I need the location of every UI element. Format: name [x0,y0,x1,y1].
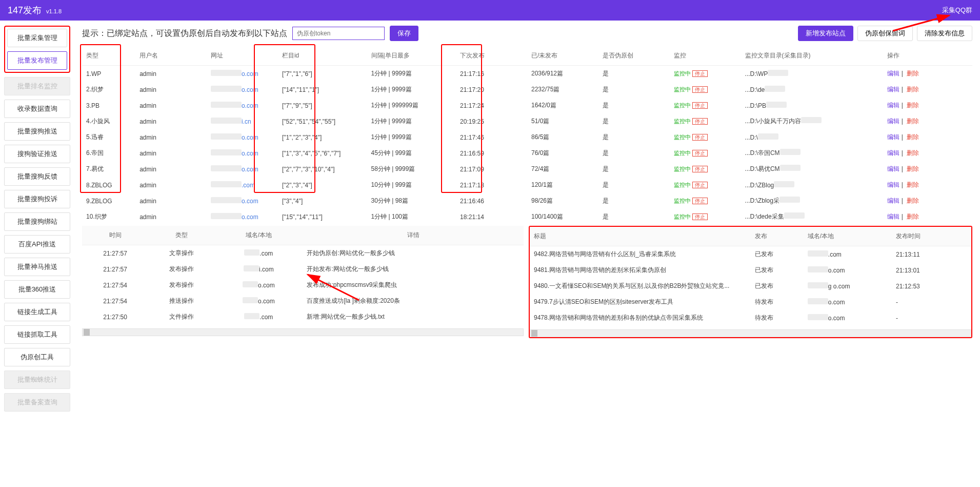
stop-button[interactable]: 停止 [692,182,708,188]
cell-pub: 76/0篇 [527,145,598,161]
sidebar-item-360[interactable]: 批量360推送 [4,280,70,299]
cell-pub: 86/5篇 [527,129,598,145]
sidebar-item-baidu-api[interactable]: 百度API推送 [4,235,70,254]
cell-monitor: 监控中停止 [670,161,741,177]
cell-user: admin [135,129,207,145]
cell-dir: ...D:\dede采集 [741,209,884,225]
sidebar-item-sogou-push[interactable]: 批量搜狗推送 [4,122,70,141]
cell-next: 18:21:14 [456,209,527,225]
edit-link[interactable]: 编辑 [887,70,899,77]
cell-monitor: 监控中停止 [670,98,741,113]
col-pub-highlight [441,44,482,193]
stop-button[interactable]: 停止 [692,166,708,172]
cell-dir: ...D:\易优CM [741,161,884,177]
edit-link[interactable]: 编辑 [887,86,899,93]
app-version: v1.1.8 [46,8,62,14]
edit-link[interactable]: 编辑 [887,181,899,188]
sidebar-item-pseudo[interactable]: 伪原创工具 [4,348,70,366]
cell-url[interactable]: o.com [207,209,278,225]
cell-pseudo: 是 [598,161,670,177]
token-input[interactable] [292,27,385,40]
stop-button[interactable]: 停止 [692,134,708,141]
edit-link[interactable]: 编辑 [887,118,899,125]
table-row: 5.迅睿admino.com["1","2","3","4"]1分钟 | 999… [82,129,972,145]
log-row: 9481.网络营销与网络营销的差别米拓采集伪原创已发布o.com21:13:01 [530,262,971,278]
col-header: 是否伪原创 [598,46,670,66]
delete-link[interactable]: 删除 [907,181,919,188]
cell-monitor: 监控中停止 [670,113,741,129]
sidebar: 批量采集管理 批量发布管理 批量排名监控 收录数据查询 批量搜狗推送 搜狗验证推… [0,21,74,417]
sidebar-item-shenma[interactable]: 批量神马推送 [4,258,70,276]
sidebar-item-sogou-complain[interactable]: 批量搜狗投诉 [4,190,70,208]
stop-button[interactable]: 停止 [692,150,708,157]
scrollbar-right[interactable] [530,329,971,337]
table-row: 8.ZBLOGadmin.com["2","3","4"]10分钟 | 999篇… [82,177,972,193]
stop-button[interactable]: 停止 [692,118,708,125]
topbar: 提示：已绑定站点，可设置伪原创后自动发布到以下站点 保存 新增发布站点 伪原创保… [82,26,972,41]
sidebar-item-collect[interactable]: 批量采集管理 [7,29,67,47]
delete-link[interactable]: 删除 [907,102,919,109]
sidebar-item-rank: 批量排名监控 [4,77,70,95]
sidebar-item-sogou-verify[interactable]: 搜狗验证推送 [4,145,70,163]
cell-pseudo: 是 [598,193,670,209]
col-header: 监控 [670,46,741,66]
stop-button[interactable]: 停止 [692,198,708,204]
cell-interval: 30分钟 | 98篇 [367,193,456,209]
cell-dir: ...D:\WP [741,66,884,82]
add-site-button[interactable]: 新增发布站点 [798,26,853,41]
cell-monitor: 监控中停止 [670,193,741,209]
delete-link[interactable]: 删除 [907,165,919,172]
col-header: 操作 [883,46,972,66]
sidebar-item-sogou-feedback[interactable]: 批量搜狗反馈 [4,167,70,186]
cell-pseudo: 是 [598,129,670,145]
stop-button[interactable]: 停止 [692,102,708,109]
sidebar-item-sogou-bind[interactable]: 批量搜狗绑站 [4,212,70,231]
save-button[interactable]: 保存 [390,26,418,41]
delete-link[interactable]: 删除 [907,133,919,141]
delete-link[interactable]: 删除 [907,197,919,204]
sidebar-item-link-grab[interactable]: 链接抓取工具 [4,325,70,344]
edit-link[interactable]: 编辑 [887,213,899,220]
delete-link[interactable]: 删除 [907,70,919,77]
stop-button[interactable]: 停止 [692,70,708,77]
reserve-word-button[interactable]: 伪原创保留词 [857,26,913,41]
edit-link[interactable]: 编辑 [887,102,899,109]
col-header: 已/未发布 [527,46,598,66]
sidebar-item-link-gen[interactable]: 链接生成工具 [4,303,70,321]
cell-user: admin [135,113,207,129]
table-row: 7.易优admino.com["2","7","3","10","4"]58分钟… [82,161,972,177]
log-row: 9482.网络营销与网络营销有什么区别_迅睿采集系统已发布.com21:13:1… [530,246,971,263]
cell-monitor: 监控中停止 [670,129,741,145]
delete-link[interactable]: 删除 [907,86,919,93]
header-qq-link[interactable]: 采集QQ群 [942,6,972,15]
delete-link[interactable]: 删除 [907,118,919,125]
app-header: 147发布 v1.1.8 采集QQ群 [0,0,980,21]
cell-ops: 编辑 | 删除 [883,209,972,225]
delete-link[interactable]: 删除 [907,149,919,157]
edit-link[interactable]: 编辑 [887,165,899,172]
cell-url[interactable]: o.com [207,193,278,209]
content-area: 提示：已绑定站点，可设置伪原创后自动发布到以下站点 保存 新增发布站点 伪原创保… [74,21,980,417]
log-right-panel: 标题发布域名/本地发布时间 9482.网络营销与网络营销有什么区别_迅睿采集系统… [529,226,972,338]
cell-pub: 120/1篇 [527,177,598,193]
cell-ops: 编辑 | 删除 [883,161,972,177]
scrollbar-left[interactable] [82,328,524,336]
delete-link[interactable]: 删除 [907,213,919,220]
clear-publish-button[interactable]: 清除发布信息 [917,26,972,41]
stop-button[interactable]: 停止 [692,86,708,93]
stop-button[interactable]: 停止 [692,213,708,220]
sidebar-item-publish[interactable]: 批量发布管理 [7,51,67,70]
hint-text: 提示：已绑定站点，可设置伪原创后自动发布到以下站点 [82,28,287,39]
cell-ops: 编辑 | 删除 [883,193,972,209]
edit-link[interactable]: 编辑 [887,197,899,204]
cell-user: admin [135,82,207,98]
cell-type: 9.ZBLOG [82,193,135,209]
edit-link[interactable]: 编辑 [887,149,899,157]
sidebar-item-index-query[interactable]: 收录数据查询 [4,100,70,118]
cell-pub: 100/1400篇 [527,209,598,225]
cell-pseudo: 是 [598,82,670,98]
cell-pseudo: 是 [598,98,670,113]
cell-monitor: 监控中停止 [670,209,741,225]
cell-dir: ...D:\Zblog采 [741,193,884,209]
edit-link[interactable]: 编辑 [887,133,899,141]
